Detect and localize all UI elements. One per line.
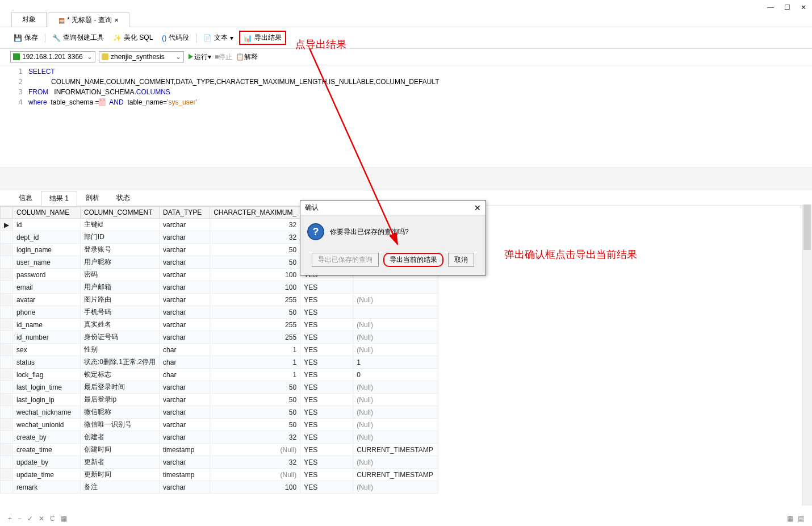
table-cell[interactable]: 锁定标志 <box>80 369 159 381</box>
table-cell[interactable]: CURRENT_TIMESTAMP <box>353 444 438 456</box>
table-cell[interactable]: 创建者 <box>80 431 159 444</box>
sql-editor[interactable]: 1234 SELECT COLUMN_NAME,COLUMN_COMMENT,D… <box>0 65 812 168</box>
table-cell[interactable]: 最后登录ip <box>80 394 159 406</box>
table-cell[interactable]: 最后登录时间 <box>80 381 159 394</box>
table-cell[interactable]: wechat_unionid <box>13 419 81 431</box>
table-cell[interactable]: YES <box>300 406 353 419</box>
table-cell[interactable]: 更新时间 <box>80 469 159 481</box>
table-cell[interactable]: 255 <box>210 319 300 331</box>
table-cell[interactable]: 主键id <box>80 219 159 231</box>
table-cell[interactable]: YES <box>300 456 353 469</box>
table-cell[interactable]: 100 <box>210 481 300 494</box>
table-cell[interactable]: 状态:0删除,1正常,2停用 <box>80 356 159 369</box>
table-cell[interactable]: (Null) <box>353 406 438 419</box>
table-row[interactable]: update_by更新者varchar32YES(Null) <box>1 456 438 469</box>
table-cell[interactable]: email <box>13 281 81 294</box>
table-cell[interactable]: id_name <box>13 319 81 331</box>
table-cell[interactable]: update_time <box>13 469 81 481</box>
table-cell[interactable]: (Null) <box>353 481 438 494</box>
table-cell[interactable]: 创建时间 <box>80 444 159 456</box>
table-cell[interactable]: YES <box>300 394 353 406</box>
view-mode-icon[interactable]: ▦ <box>787 515 793 523</box>
table-cell[interactable]: varchar <box>160 219 210 231</box>
table-cell[interactable]: 部门ID <box>80 231 159 244</box>
table-cell[interactable]: varchar <box>160 319 210 331</box>
table-cell[interactable]: varchar <box>160 331 210 344</box>
table-cell[interactable]: 255 <box>210 331 300 344</box>
table-cell[interactable]: 50 <box>210 244 300 256</box>
table-cell[interactable]: 登录账号 <box>80 244 159 256</box>
table-cell[interactable]: (Null) <box>353 456 438 469</box>
close-icon[interactable]: ✕ <box>474 203 481 212</box>
query-builder-button[interactable]: 🔧查询创建工具 <box>49 32 107 44</box>
save-button[interactable]: 💾保存 <box>10 32 41 44</box>
table-cell[interactable]: id_number <box>13 331 81 344</box>
table-cell[interactable]: 32 <box>210 219 300 231</box>
table-cell[interactable]: avatar <box>13 294 81 306</box>
table-cell[interactable]: wechat_nickname <box>13 406 81 419</box>
table-row[interactable]: wechat_nickname微信昵称varchar50YES(Null) <box>1 406 438 419</box>
table-cell[interactable]: char <box>160 356 210 369</box>
tab-analyze[interactable]: 剖析 <box>77 190 108 206</box>
table-row[interactable]: lock_flag锁定标志char1YES0 <box>1 369 438 381</box>
export-saved-query-button[interactable]: 导出已保存的查询 <box>312 253 379 267</box>
table-cell[interactable]: YES <box>300 431 353 444</box>
table-cell[interactable]: 0 <box>353 369 438 381</box>
table-cell[interactable]: char <box>160 369 210 381</box>
table-row[interactable]: phone手机号码varchar50YES <box>1 306 438 319</box>
table-cell[interactable]: login_name <box>13 244 81 256</box>
table-cell[interactable]: YES <box>300 356 353 369</box>
table-cell[interactable]: varchar <box>160 281 210 294</box>
table-cell[interactable]: 用户昵称 <box>80 256 159 269</box>
table-cell[interactable]: CURRENT_TIMESTAMP <box>353 469 438 481</box>
table-cell[interactable]: 备注 <box>80 481 159 494</box>
table-cell[interactable]: YES <box>300 369 353 381</box>
table-cell[interactable]: phone <box>13 306 81 319</box>
table-cell[interactable]: 1 <box>210 344 300 356</box>
table-cell[interactable]: 50 <box>210 419 300 431</box>
table-cell[interactable]: 更新者 <box>80 456 159 469</box>
table-cell[interactable]: status <box>13 356 81 369</box>
table-row[interactable]: id_number身份证号码varchar255YES(Null) <box>1 331 438 344</box>
table-cell[interactable]: update_by <box>13 456 81 469</box>
table-cell[interactable]: last_login_time <box>13 381 81 394</box>
table-cell[interactable]: varchar <box>160 256 210 269</box>
table-cell[interactable]: varchar <box>160 244 210 256</box>
tab-result[interactable]: 结果 1 <box>41 191 77 206</box>
refresh-button[interactable]: C <box>50 515 55 523</box>
table-row[interactable]: wechat_unionid微信唯一识别号varchar50YES(Null) <box>1 419 438 431</box>
cancel-button[interactable]: ✕ <box>39 515 44 523</box>
table-cell[interactable]: (Null) <box>210 444 300 456</box>
table-cell[interactable]: (Null) <box>210 469 300 481</box>
col-header[interactable]: DATA_TYPE <box>160 207 210 219</box>
table-cell[interactable]: 32 <box>210 231 300 244</box>
table-cell[interactable]: 1 <box>210 369 300 381</box>
table-cell[interactable]: YES <box>300 306 353 319</box>
table-cell[interactable]: lock_flag <box>13 369 81 381</box>
col-header[interactable]: CHARACTER_MAXIMUM_ <box>210 207 300 219</box>
table-cell[interactable]: sex <box>13 344 81 356</box>
table-cell[interactable]: varchar <box>160 381 210 394</box>
table-cell[interactable]: YES <box>300 419 353 431</box>
table-cell[interactable]: 32 <box>210 431 300 444</box>
table-cell[interactable]: 50 <box>210 394 300 406</box>
table-cell[interactable]: 微信昵称 <box>80 406 159 419</box>
table-row[interactable]: avatar图片路由varchar255YES(Null) <box>1 294 438 306</box>
table-cell[interactable]: 真实姓名 <box>80 319 159 331</box>
table-cell[interactable]: 50 <box>210 406 300 419</box>
table-cell[interactable]: 性别 <box>80 344 159 356</box>
table-cell[interactable]: password <box>13 269 81 281</box>
table-cell[interactable]: YES <box>300 281 353 294</box>
table-cell[interactable]: varchar <box>160 269 210 281</box>
cancel-button[interactable]: 取消 <box>448 253 474 267</box>
table-row[interactable]: create_by创建者varchar32YES(Null) <box>1 431 438 444</box>
table-cell[interactable]: YES <box>300 444 353 456</box>
table-cell[interactable]: varchar <box>160 394 210 406</box>
table-cell[interactable]: varchar <box>160 431 210 444</box>
table-cell[interactable]: YES <box>300 294 353 306</box>
table-cell[interactable]: 100 <box>210 269 300 281</box>
tab-info[interactable]: 信息 <box>10 190 41 206</box>
table-cell[interactable]: YES <box>300 344 353 356</box>
table-cell[interactable]: (Null) <box>353 394 438 406</box>
table-cell[interactable]: last_login_ip <box>13 394 81 406</box>
